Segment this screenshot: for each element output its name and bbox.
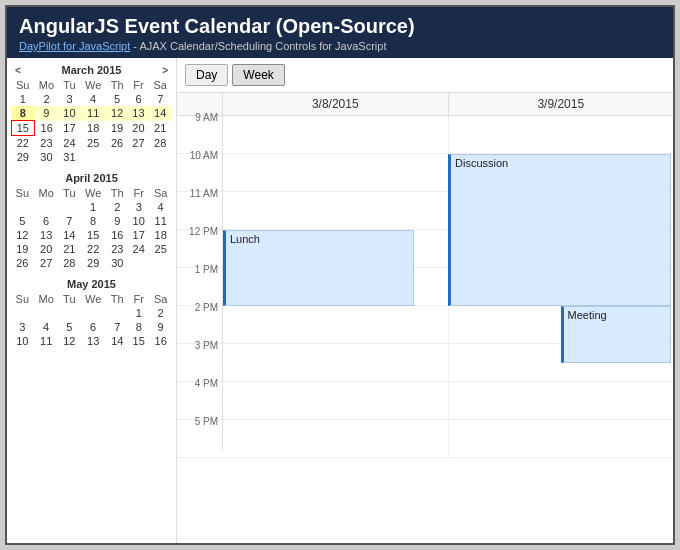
- list-item[interactable]: 13: [34, 228, 59, 242]
- list-item[interactable]: 1: [12, 92, 35, 106]
- list-item[interactable]: 7: [59, 214, 80, 228]
- daypilot-link[interactable]: DayPilot for JavaScript: [19, 40, 130, 52]
- list-item[interactable]: 7: [106, 320, 128, 334]
- list-item[interactable]: 1: [128, 306, 149, 320]
- day-cell[interactable]: [449, 116, 674, 154]
- list-item[interactable]: 13: [128, 106, 149, 121]
- list-item[interactable]: 6: [128, 92, 149, 106]
- day-cell[interactable]: [449, 420, 674, 458]
- list-item[interactable]: 26: [11, 256, 34, 270]
- list-item[interactable]: 8: [12, 106, 35, 121]
- list-item[interactable]: 25: [80, 136, 106, 151]
- list-item[interactable]: 31: [59, 150, 80, 164]
- day-cell[interactable]: [223, 420, 449, 458]
- list-item[interactable]: 14: [106, 334, 128, 348]
- list-item[interactable]: 2: [106, 200, 128, 214]
- list-item[interactable]: 16: [106, 228, 128, 242]
- list-item[interactable]: 17: [128, 228, 149, 242]
- list-item[interactable]: 15: [80, 228, 106, 242]
- list-item[interactable]: 23: [34, 136, 59, 151]
- list-item[interactable]: 24: [59, 136, 80, 151]
- list-item[interactable]: 4: [34, 320, 59, 334]
- day-cell[interactable]: [223, 154, 449, 192]
- list-item[interactable]: 20: [34, 242, 59, 256]
- list-item[interactable]: 8: [128, 320, 149, 334]
- list-item[interactable]: 12: [59, 334, 80, 348]
- list-item[interactable]: 11: [34, 334, 59, 348]
- list-item: [80, 306, 106, 320]
- week-button[interactable]: Week: [232, 64, 284, 86]
- list-item[interactable]: 14: [59, 228, 80, 242]
- list-item[interactable]: 4: [80, 92, 106, 106]
- list-item[interactable]: 10: [128, 214, 149, 228]
- list-item[interactable]: 3: [128, 200, 149, 214]
- list-item[interactable]: 5: [11, 214, 34, 228]
- list-item[interactable]: 6: [34, 214, 59, 228]
- list-item[interactable]: 22: [12, 136, 35, 151]
- list-item[interactable]: 15: [128, 334, 149, 348]
- list-item[interactable]: 10: [59, 106, 80, 121]
- list-item[interactable]: 23: [106, 242, 128, 256]
- calendar-event[interactable]: Lunch: [223, 230, 414, 306]
- time-label: 2 PM: [177, 300, 223, 337]
- list-item[interactable]: 2: [149, 306, 172, 320]
- list-item[interactable]: 9: [34, 106, 59, 121]
- list-item[interactable]: 5: [106, 92, 128, 106]
- time-label: 9 AM: [177, 110, 223, 147]
- list-item[interactable]: 16: [149, 334, 172, 348]
- list-item[interactable]: 12: [11, 228, 34, 242]
- list-item: [59, 200, 80, 214]
- calendar-event[interactable]: Discussion: [448, 154, 671, 306]
- list-item[interactable]: 18: [149, 228, 172, 242]
- list-item[interactable]: 13: [80, 334, 106, 348]
- day-cell[interactable]: [223, 116, 449, 154]
- list-item[interactable]: 18: [80, 121, 106, 136]
- list-item[interactable]: 11: [149, 214, 172, 228]
- list-item[interactable]: 17: [59, 121, 80, 136]
- list-item[interactable]: 15: [12, 121, 35, 136]
- list-item[interactable]: 5: [59, 320, 80, 334]
- list-item[interactable]: 21: [149, 121, 172, 136]
- list-item[interactable]: 26: [106, 136, 128, 151]
- list-item[interactable]: 29: [80, 256, 106, 270]
- list-item[interactable]: 3: [59, 92, 80, 106]
- calendar-event[interactable]: Meeting: [561, 306, 672, 363]
- day-cell[interactable]: [223, 192, 449, 230]
- list-item[interactable]: 4: [149, 200, 172, 214]
- list-item[interactable]: 30: [34, 150, 59, 164]
- list-item[interactable]: 3: [11, 320, 34, 334]
- list-item[interactable]: 19: [11, 242, 34, 256]
- list-item[interactable]: 25: [149, 242, 172, 256]
- list-item[interactable]: 28: [59, 256, 80, 270]
- day-button[interactable]: Day: [185, 64, 228, 86]
- list-item[interactable]: 16: [34, 121, 59, 136]
- list-item[interactable]: 27: [128, 136, 149, 151]
- list-item[interactable]: 9: [106, 214, 128, 228]
- list-item[interactable]: 21: [59, 242, 80, 256]
- day-cell[interactable]: [223, 344, 449, 382]
- list-item[interactable]: 19: [106, 121, 128, 136]
- list-item[interactable]: 20: [128, 121, 149, 136]
- list-item[interactable]: 12: [106, 106, 128, 121]
- list-item[interactable]: 2: [34, 92, 59, 106]
- list-item[interactable]: 14: [149, 106, 172, 121]
- list-item: [80, 150, 106, 164]
- day-cell[interactable]: [449, 382, 674, 420]
- list-item[interactable]: 22: [80, 242, 106, 256]
- list-item[interactable]: 29: [12, 150, 35, 164]
- list-item[interactable]: 6: [80, 320, 106, 334]
- list-item[interactable]: 27: [34, 256, 59, 270]
- list-item[interactable]: 9: [149, 320, 172, 334]
- list-item[interactable]: 11: [80, 106, 106, 121]
- list-item[interactable]: 1: [80, 200, 106, 214]
- list-item[interactable]: 24: [128, 242, 149, 256]
- day-cell[interactable]: [223, 382, 449, 420]
- list-item[interactable]: 28: [149, 136, 172, 151]
- list-item[interactable]: 30: [106, 256, 128, 270]
- prev-month-button[interactable]: <: [11, 65, 25, 76]
- list-item[interactable]: 10: [11, 334, 34, 348]
- day-cell[interactable]: [223, 306, 449, 344]
- next-month-button[interactable]: >: [158, 65, 172, 76]
- list-item[interactable]: 8: [80, 214, 106, 228]
- list-item[interactable]: 7: [149, 92, 172, 106]
